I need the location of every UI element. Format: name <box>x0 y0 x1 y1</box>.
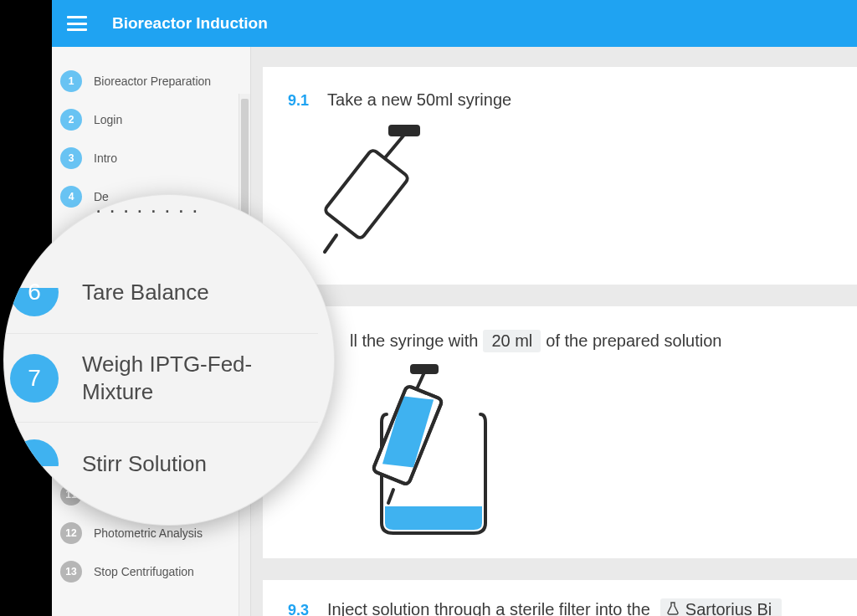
equipment-tag[interactable]: Sartorius Bi <box>660 598 782 616</box>
step-number-badge: 12 <box>60 522 82 544</box>
syringe-icon <box>318 121 832 267</box>
sidebar-item-2[interactable]: 2 Login <box>52 100 250 139</box>
step-text-b: of the prepared solution <box>546 331 721 351</box>
sidebar-item-label: De <box>94 186 109 204</box>
step-number-badge: 7 <box>10 354 59 403</box>
svg-line-8 <box>388 490 393 503</box>
sidebar-item-label: Stop Centrifugation <box>94 561 194 579</box>
sidebar-item-3[interactable]: 3 Intro <box>52 139 250 177</box>
value-pill: 20 ml <box>483 330 541 352</box>
equipment-tag-label: Sartorius Bi <box>685 600 772 616</box>
flask-icon <box>667 600 679 616</box>
step-number-badge: 3 <box>60 147 82 169</box>
lens-item-label: Weigh IPTG-Fed-Mixture <box>82 351 310 405</box>
step-number-badge: 4 <box>60 186 82 208</box>
step-text: Inject solution through a sterile filter… <box>327 600 650 616</box>
sidebar-item-label: Login <box>94 109 122 127</box>
step-card-9-1: 9.1 Take a new 50ml syringe <box>263 67 857 285</box>
step-number: 9.1 <box>288 92 309 110</box>
syringe-fill-icon <box>348 364 832 543</box>
lens-item-label: Stirr Solution <box>82 450 207 478</box>
lens-item-6[interactable]: 6 Tare Balance <box>7 251 318 334</box>
menu-icon[interactable] <box>67 16 87 31</box>
lens-item-7[interactable]: 7 Weigh IPTG-Fed-Mixture <box>7 334 318 423</box>
sidebar-item-label: Intro <box>94 147 117 166</box>
app-header: Bioreactor Induction <box>52 0 857 47</box>
svg-rect-2 <box>324 149 409 240</box>
lens-item-label: Tare Balance <box>82 279 209 306</box>
step-number: 9.3 <box>288 602 309 616</box>
step-number-badge: 1 <box>60 70 82 92</box>
step-card-9-3: 9.3 Inject solution through a sterile fi… <box>263 580 857 616</box>
step-text: Take a new 50ml syringe <box>327 90 511 110</box>
magnifier-overlay: . . . . . . . . 6 Tare Balance 7 Weigh I… <box>3 194 335 526</box>
sidebar-item-1[interactable]: 1 Bioreactor Preparation <box>52 62 250 100</box>
sidebar-item-label: Bioreactor Preparation <box>94 70 211 89</box>
svg-line-3 <box>325 235 336 252</box>
step-card-9-2: ll the syringe with 20 ml of the prepare… <box>263 306 857 558</box>
sidebar-item-label: Photometric Analysis <box>94 522 203 541</box>
page-title: Bioreactor Induction <box>112 14 268 33</box>
main-content: 9.1 Take a new 50ml syringe ll the syrin… <box>263 47 857 616</box>
sidebar-item-13[interactable]: 13 Stop Centrifugation <box>52 552 250 591</box>
step-number-badge: 2 <box>60 109 82 131</box>
svg-line-1 <box>383 135 404 160</box>
step-text-a: ll the syringe with <box>350 331 478 351</box>
step-number-badge: 13 <box>60 561 82 583</box>
